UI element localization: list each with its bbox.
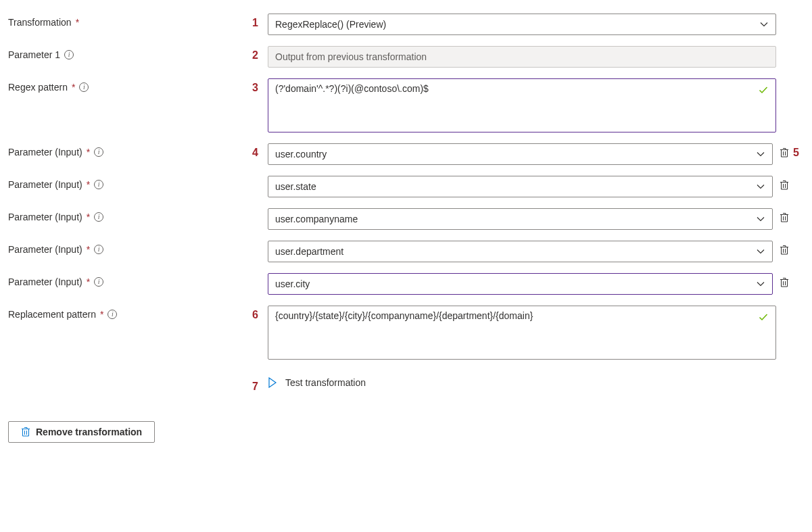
test-transformation-button[interactable]: Test transformation xyxy=(268,377,366,388)
param-input-3-value: user.department xyxy=(275,246,343,257)
delete-param-2-button[interactable] xyxy=(780,212,790,223)
chevron-down-icon xyxy=(756,279,765,289)
param-input-2-value: user.companyname xyxy=(275,214,358,224)
label-replacement-pattern-text: Replacement pattern xyxy=(8,309,96,320)
label-regex-pattern-text: Regex pattern xyxy=(8,82,68,93)
chevron-down-icon xyxy=(756,247,765,256)
check-icon xyxy=(758,84,769,95)
play-icon xyxy=(268,377,277,388)
trash-icon xyxy=(21,427,30,437)
marker-7: 7 xyxy=(242,377,268,393)
param-input-4-value: user.city xyxy=(275,279,310,289)
label-transformation: Transformation * xyxy=(8,14,242,28)
param-input-1-dropdown[interactable]: user.state xyxy=(268,176,773,197)
chevron-down-icon xyxy=(756,182,765,191)
required-asterisk: * xyxy=(87,212,90,222)
row-parameter1: Parameter 1 i 2 Output from previous tra… xyxy=(8,41,804,73)
label-param-input: Parameter (Input) * i xyxy=(8,143,242,158)
info-icon[interactable]: i xyxy=(94,212,103,222)
label-param-input: Parameter (Input) * i xyxy=(8,273,242,287)
regex-pattern-value: (?'domain'^.*?)(?i)(@contoso\.com)$ xyxy=(275,83,769,94)
marker-5: 5 xyxy=(790,143,804,159)
param-input-0-value: user.country xyxy=(275,149,327,160)
info-icon[interactable]: i xyxy=(94,277,103,287)
delete-param-1-button[interactable] xyxy=(780,180,790,191)
regex-pattern-input[interactable]: (?'domain'^.*?)(?i)(@contoso\.com)$ xyxy=(268,78,776,132)
param-input-2-dropdown[interactable]: user.companyname xyxy=(268,208,773,230)
transformation-value: RegexReplace() (Preview) xyxy=(275,19,386,30)
transformation-dropdown[interactable]: RegexReplace() (Preview) xyxy=(268,14,776,35)
label-replacement-pattern: Replacement pattern * i xyxy=(8,306,242,320)
row-param-input-3: Parameter (Input) * i user.department xyxy=(8,235,804,268)
info-icon[interactable]: i xyxy=(64,50,74,59)
label-param-input-text: Parameter (Input) xyxy=(8,179,82,190)
chevron-down-icon xyxy=(759,20,769,29)
chevron-down-icon xyxy=(756,214,765,224)
row-param-input-4: Parameter (Input) * i user.city xyxy=(8,268,804,300)
label-parameter1: Parameter 1 i xyxy=(8,46,242,60)
chevron-down-icon xyxy=(756,149,765,159)
info-icon[interactable]: i xyxy=(94,245,103,254)
remove-transformation-button[interactable]: Remove transformation xyxy=(8,421,155,443)
replacement-pattern-input[interactable]: {country}/{state}/{city}/{companyname}/{… xyxy=(268,306,776,360)
param-input-3-dropdown[interactable]: user.department xyxy=(268,241,773,262)
delete-param-3-button[interactable] xyxy=(780,245,790,256)
row-param-input-0: Parameter (Input) * i 4 user.country 5 xyxy=(8,138,804,170)
label-param-input: Parameter (Input) * i xyxy=(8,241,242,255)
test-transformation-label: Test transformation xyxy=(285,377,366,388)
required-asterisk: * xyxy=(87,179,90,190)
required-asterisk: * xyxy=(87,244,90,255)
required-asterisk: * xyxy=(72,82,75,93)
param-input-1-value: user.state xyxy=(275,181,316,192)
required-asterisk: * xyxy=(100,309,103,320)
label-parameter1-text: Parameter 1 xyxy=(8,49,60,60)
param-input-0-dropdown[interactable]: user.country xyxy=(268,143,773,165)
row-param-input-2: Parameter (Input) * i user.companyname xyxy=(8,203,804,235)
label-param-input: Parameter (Input) * i xyxy=(8,208,242,222)
marker-3: 3 xyxy=(242,78,268,94)
required-asterisk: * xyxy=(76,17,79,28)
parameter1-placeholder: Output from previous transformation xyxy=(275,51,427,62)
label-param-input-text: Parameter (Input) xyxy=(8,212,82,222)
required-asterisk: * xyxy=(87,147,90,158)
marker-1: 1 xyxy=(242,14,268,29)
row-transformation: Transformation * 1 RegexReplace() (Previ… xyxy=(8,8,804,41)
info-icon[interactable]: i xyxy=(108,310,117,319)
info-icon[interactable]: i xyxy=(94,147,103,157)
row-replacement-pattern: Replacement pattern * i 6 {country}/{sta… xyxy=(8,300,804,365)
param-input-4-dropdown[interactable]: user.city xyxy=(268,273,773,295)
check-icon xyxy=(758,312,769,322)
remove-transformation-label: Remove transformation xyxy=(36,427,142,437)
delete-param-4-button[interactable] xyxy=(780,277,790,288)
label-param-input-text: Parameter (Input) xyxy=(8,244,82,255)
marker-6: 6 xyxy=(242,306,268,321)
row-test-transformation: 7 Test transformation xyxy=(8,365,804,398)
label-transformation-text: Transformation xyxy=(8,17,72,28)
row-regex-pattern: Regex pattern * i 3 (?'domain'^.*?)(?i)(… xyxy=(8,73,804,138)
marker-4: 4 xyxy=(242,143,268,159)
required-asterisk: * xyxy=(87,276,90,287)
label-param-input: Parameter (Input) * i xyxy=(8,176,242,190)
label-param-input-text: Parameter (Input) xyxy=(8,147,82,158)
info-icon[interactable]: i xyxy=(94,180,103,189)
row-param-input-1: Parameter (Input) * i user.state xyxy=(8,170,804,203)
delete-param-0-button[interactable] xyxy=(780,147,790,158)
label-param-input-text: Parameter (Input) xyxy=(8,276,82,287)
parameter1-input: Output from previous transformation xyxy=(268,46,776,68)
marker-2: 2 xyxy=(242,46,268,62)
label-regex-pattern: Regex pattern * i xyxy=(8,78,242,93)
info-icon[interactable]: i xyxy=(79,82,89,92)
replacement-pattern-value: {country}/{state}/{city}/{companyname}/{… xyxy=(275,310,769,321)
